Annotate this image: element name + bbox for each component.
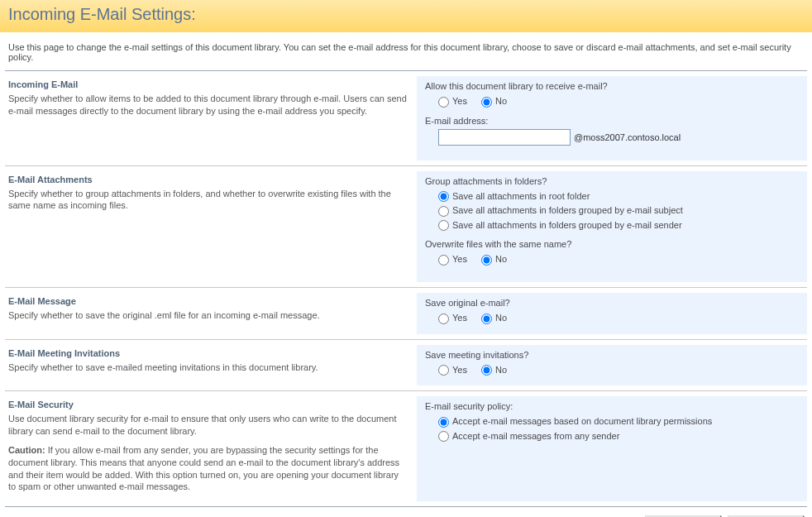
email-address-label: E-mail address: bbox=[425, 116, 799, 126]
security-policy-label: E-mail security policy: bbox=[425, 401, 799, 411]
section-desc: Specify whether to group attachments in … bbox=[8, 188, 407, 213]
allow-yes-option[interactable]: Yes bbox=[438, 96, 467, 106]
save-meeting-yes-option[interactable]: Yes bbox=[438, 365, 467, 375]
page-intro: Use this page to change the e-mail setti… bbox=[0, 32, 812, 70]
overwrite-yes-radio[interactable] bbox=[438, 255, 449, 266]
save-original-no-radio[interactable] bbox=[481, 314, 492, 324]
section-security: E-Mail Security Use document library sec… bbox=[0, 391, 812, 506]
save-original-no-option[interactable]: No bbox=[481, 313, 507, 323]
save-original-label: Save original e-mail? bbox=[425, 298, 799, 308]
group-subject-radio[interactable] bbox=[438, 206, 449, 217]
allow-no-radio[interactable] bbox=[481, 97, 492, 108]
section-title: E-Mail Attachments bbox=[8, 175, 407, 184]
save-meeting-no-radio[interactable] bbox=[481, 365, 492, 376]
section-right: E-mail security policy: Accept e-mail me… bbox=[417, 396, 807, 501]
overwrite-yes-option[interactable]: Yes bbox=[438, 254, 467, 264]
section-meeting: E-Mail Meeting Invitations Specify wheth… bbox=[0, 340, 812, 391]
email-address-input[interactable] bbox=[438, 129, 571, 146]
button-row: OK Cancel bbox=[0, 507, 812, 517]
security-caution: Caution: If you allow e-mail from any se… bbox=[8, 444, 407, 493]
page-header: Incoming E-Mail Settings: bbox=[0, 0, 812, 32]
group-root-option[interactable]: Save all attachments in root folder bbox=[438, 191, 590, 201]
security-any-radio[interactable] bbox=[438, 431, 449, 442]
section-left: Incoming E-Mail Specify whether to allow… bbox=[5, 76, 417, 160]
section-left: E-Mail Attachments Specify whether to gr… bbox=[5, 171, 417, 282]
section-left: E-Mail Meeting Invitations Specify wheth… bbox=[5, 345, 417, 386]
save-meeting-label: Save meeting invitations? bbox=[425, 350, 799, 360]
section-right: Save original e-mail? Yes No bbox=[417, 293, 807, 334]
overwrite-label: Overwrite files with the same name? bbox=[425, 239, 799, 249]
section-desc: Specify whether to save the original .em… bbox=[8, 309, 407, 322]
section-right: Allow this document library to receive e… bbox=[417, 76, 807, 160]
group-root-radio[interactable] bbox=[438, 191, 449, 202]
save-meeting-no-option[interactable]: No bbox=[481, 365, 507, 375]
section-title: E-Mail Meeting Invitations bbox=[8, 348, 407, 358]
security-perm-radio[interactable] bbox=[438, 417, 449, 428]
save-original-yes-radio[interactable] bbox=[438, 314, 449, 324]
section-message: E-Mail Message Specify whether to save t… bbox=[0, 288, 812, 339]
section-incoming-email: Incoming E-Mail Specify whether to allow… bbox=[0, 71, 812, 165]
group-attachments-label: Group attachments in folders? bbox=[425, 176, 799, 186]
overwrite-no-option[interactable]: No bbox=[481, 254, 507, 264]
section-left: E-Mail Security Use document library sec… bbox=[5, 396, 417, 501]
security-any-option[interactable]: Accept e-mail messages from any sender bbox=[438, 431, 619, 441]
allow-receive-label: Allow this document library to receive e… bbox=[425, 81, 799, 91]
group-sender-option[interactable]: Save all attachments in folders grouped … bbox=[438, 220, 682, 230]
section-right: Save meeting invitations? Yes No bbox=[417, 345, 807, 386]
section-title: E-Mail Message bbox=[8, 296, 407, 306]
section-desc: Use document library security for e-mail… bbox=[8, 413, 407, 438]
group-sender-radio[interactable] bbox=[438, 220, 449, 231]
section-desc: Specify whether to save e-mailed meeting… bbox=[8, 361, 407, 374]
section-title: E-Mail Security bbox=[8, 400, 407, 409]
section-desc: Specify whether to allow items to be add… bbox=[8, 93, 407, 117]
page-title: Incoming E-Mail Settings: bbox=[8, 5, 196, 23]
email-domain-text: @moss2007.contoso.local bbox=[574, 132, 681, 142]
group-subject-option[interactable]: Save all attachments in folders grouped … bbox=[438, 205, 683, 215]
save-meeting-yes-radio[interactable] bbox=[438, 365, 449, 376]
allow-no-option[interactable]: No bbox=[481, 96, 507, 106]
save-original-yes-option[interactable]: Yes bbox=[438, 313, 467, 323]
security-perm-option[interactable]: Accept e-mail messages based on document… bbox=[438, 416, 712, 426]
allow-yes-radio[interactable] bbox=[438, 97, 449, 108]
overwrite-no-radio[interactable] bbox=[481, 255, 492, 266]
section-right: Group attachments in folders? Save all a… bbox=[417, 171, 807, 282]
section-attachments: E-Mail Attachments Specify whether to gr… bbox=[0, 166, 812, 287]
section-title: Incoming E-Mail bbox=[8, 79, 407, 89]
section-left: E-Mail Message Specify whether to save t… bbox=[5, 293, 417, 334]
